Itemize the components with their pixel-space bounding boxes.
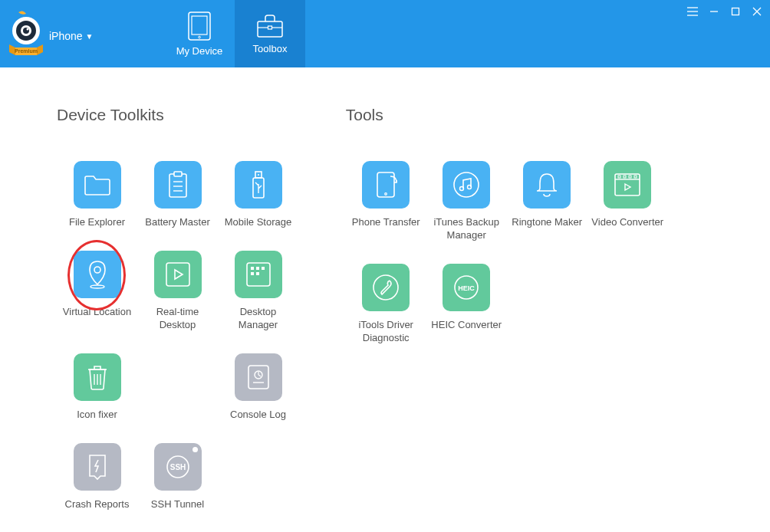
svg-rect-33 xyxy=(262,267,265,270)
svg-rect-7 xyxy=(192,16,207,34)
close-button[interactable] xyxy=(750,5,764,18)
tool-label: Video Converter xyxy=(591,216,663,229)
tool-icon-fixer[interactable]: Icon fixer xyxy=(57,353,137,422)
device-toolkits-section: Device Toolkits File Explorer Battery Ma… xyxy=(57,106,315,532)
tool-virtual-location[interactable]: Virtual Location xyxy=(57,251,137,332)
device-label: iPhone xyxy=(49,30,83,42)
tool-label: Desktop Manager xyxy=(220,306,297,332)
folder-icon xyxy=(74,161,121,209)
toolkits-grid: File Explorer Battery Master Mobile Stor… xyxy=(57,161,315,532)
tool-label: Icon fixer xyxy=(77,409,117,422)
tool-label: Virtual Location xyxy=(63,306,131,319)
svg-rect-31 xyxy=(251,267,254,270)
notification-dot-icon xyxy=(192,447,198,452)
bell-icon xyxy=(523,161,571,209)
play-icon xyxy=(154,251,202,298)
tab-label: Toolbox xyxy=(253,43,288,54)
tool-driver-diagnostic[interactable]: iTools Driver Diagnostic xyxy=(346,264,426,345)
svg-point-27 xyxy=(94,267,100,273)
tool-label: Mobile Storage xyxy=(225,216,291,229)
tool-label: HEIC Converter xyxy=(431,319,502,332)
tool-ssh-tunnel[interactable]: SSH SSH Tunnel xyxy=(137,443,218,511)
svg-text:Premium: Premium xyxy=(15,48,38,54)
tool-crash-reports[interactable]: Crash Reports xyxy=(57,443,137,511)
grid-icon xyxy=(235,251,282,298)
tools-grid: Phone Transfer iTunes Backup Manager Rin… xyxy=(346,161,724,366)
log-icon xyxy=(235,353,282,401)
svg-rect-34 xyxy=(251,272,254,275)
tool-label: Ringtone Maker xyxy=(512,216,582,229)
svg-point-8 xyxy=(199,36,201,38)
svg-rect-20 xyxy=(174,172,182,176)
location-pin-icon xyxy=(74,251,121,298)
tool-label: Real-time Desktop xyxy=(140,306,216,332)
tool-video-converter[interactable]: Video Converter xyxy=(587,161,668,242)
svg-rect-57 xyxy=(634,176,637,178)
tool-mobile-storage[interactable]: Mobile Storage xyxy=(218,161,298,229)
section-title: Device Toolkits xyxy=(57,106,315,124)
tool-console-log[interactable]: Console Log xyxy=(218,353,298,422)
logo-area: Premium iPhone ▼ xyxy=(0,0,164,67)
svg-point-48 xyxy=(385,193,387,195)
tab-my-device[interactable]: My Device xyxy=(164,0,235,67)
svg-point-49 xyxy=(454,172,479,197)
svg-rect-54 xyxy=(618,176,620,178)
svg-point-26 xyxy=(258,174,259,176)
tool-label: SSH Tunnel xyxy=(151,498,204,511)
tool-label: iTools Driver Diagnostic xyxy=(347,319,424,345)
app-header: Premium iPhone ▼ My Device Toolbox xyxy=(0,0,770,67)
tablet-icon xyxy=(186,11,212,41)
tool-label: iTunes Backup Manager xyxy=(428,216,505,242)
svg-text:HEIC: HEIC xyxy=(458,284,475,292)
tool-label: Crash Reports xyxy=(65,498,130,511)
svg-rect-19 xyxy=(169,174,186,197)
svg-line-43 xyxy=(258,375,261,376)
content-area: Device Toolkits File Explorer Battery Ma… xyxy=(0,67,770,532)
section-title: Tools xyxy=(346,106,724,124)
device-selector[interactable]: iPhone ▼ xyxy=(49,30,94,42)
svg-rect-40 xyxy=(248,366,268,389)
crash-icon xyxy=(74,443,121,491)
svg-rect-29 xyxy=(166,263,189,286)
tab-label: My Device xyxy=(176,45,223,57)
heic-icon: HEIC xyxy=(443,264,490,311)
tool-file-explorer[interactable]: File Explorer xyxy=(57,161,137,229)
music-note-icon xyxy=(443,161,490,209)
video-icon xyxy=(604,161,651,209)
tool-label: File Explorer xyxy=(69,216,125,229)
svg-rect-32 xyxy=(256,267,259,270)
svg-point-28 xyxy=(90,285,104,288)
tool-battery-master[interactable]: Battery Master xyxy=(137,161,218,229)
transfer-icon xyxy=(362,161,410,209)
tool-ringtone-maker[interactable]: Ringtone Maker xyxy=(507,161,587,242)
tab-toolbox[interactable]: Toolbox xyxy=(235,0,305,67)
menu-icon[interactable] xyxy=(686,5,699,18)
tools-section: Tools Phone Transfer iTunes Backup Manag… xyxy=(346,106,724,532)
clipboard-icon xyxy=(154,161,202,209)
tool-label: Console Log xyxy=(230,409,286,422)
svg-rect-35 xyxy=(256,272,259,275)
tool-phone-transfer[interactable]: Phone Transfer xyxy=(346,161,426,242)
header-tabs: My Device Toolbox xyxy=(164,0,305,67)
tool-label: Battery Master xyxy=(145,216,210,229)
svg-rect-56 xyxy=(629,176,631,178)
wrench-icon xyxy=(362,264,410,311)
tool-itunes-backup[interactable]: iTunes Backup Manager xyxy=(426,161,507,242)
minimize-button[interactable] xyxy=(707,5,721,18)
app-logo: Premium xyxy=(8,9,44,58)
tool-heic-converter[interactable]: HEIC HEIC Converter xyxy=(426,264,507,345)
usb-icon xyxy=(235,161,282,209)
svg-text:SSH: SSH xyxy=(169,463,186,471)
maximize-button[interactable] xyxy=(729,5,742,18)
svg-rect-11 xyxy=(268,26,272,29)
svg-point-4 xyxy=(27,28,29,31)
ssh-icon: SSH xyxy=(154,443,202,491)
trash-icon xyxy=(74,353,121,401)
svg-rect-16 xyxy=(732,8,739,15)
tool-desktop-manager[interactable]: Desktop Manager xyxy=(218,251,298,332)
toolbox-icon xyxy=(256,14,284,38)
window-controls xyxy=(686,5,764,18)
svg-rect-55 xyxy=(624,176,626,178)
tool-label: Phone Transfer xyxy=(352,216,420,229)
tool-realtime-desktop[interactable]: Real-time Desktop xyxy=(137,251,218,332)
